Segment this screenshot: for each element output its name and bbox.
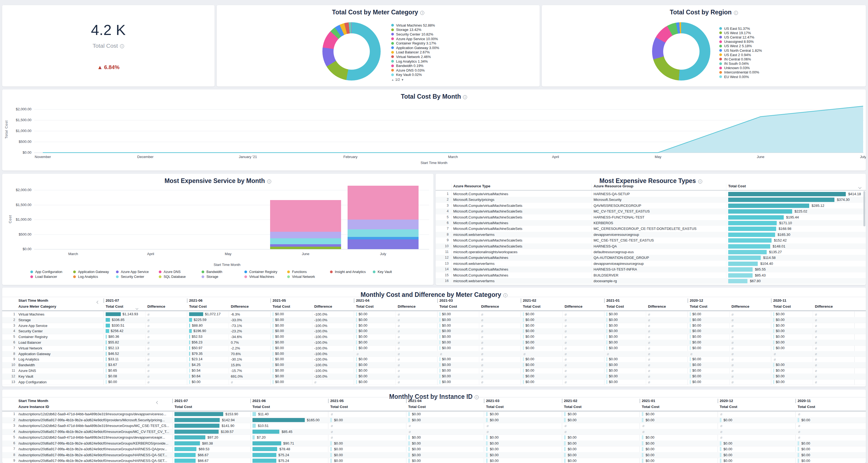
legend-item[interactable]: Bandwidth 0.19% (391, 63, 439, 68)
page-left-chevron[interactable] (97, 299, 99, 305)
month-header[interactable]: 2021-06 (252, 399, 266, 403)
legend-item[interactable]: Virtual Machines (244, 274, 287, 279)
month-header[interactable]: 2021-06 (189, 298, 203, 302)
legend-item[interactable]: Log Analytics (73, 274, 116, 279)
page-up-icon[interactable]: ▲ (391, 78, 394, 81)
info-icon[interactable]: i (734, 11, 738, 15)
region-donut[interactable] (652, 22, 710, 81)
month-header[interactable]: 2021-03 (439, 298, 453, 302)
column-header[interactable]: Difference (481, 305, 499, 309)
legend-item[interactable]: App Configuration (30, 270, 73, 274)
column-header[interactable]: Total Cost (564, 405, 582, 409)
stack-segment[interactable] (270, 247, 341, 249)
column-header[interactable]: Difference (314, 305, 332, 309)
month-header[interactable]: 2020-12 (690, 298, 703, 302)
month-header[interactable]: 2021-02 (523, 298, 536, 302)
legend-item[interactable]: Application Gateway 3.00% (391, 46, 439, 50)
column-header[interactable]: Total Cost (439, 305, 457, 309)
total-cost-by-month-chart[interactable]: $0.00$500.00$1,000.00$1,500.00$2,000.00N… (2, 89, 866, 171)
legend-item[interactable]: SQL Database (159, 274, 202, 279)
legend-item[interactable]: US North Central 1.82% (719, 48, 762, 53)
stack-segment[interactable] (348, 239, 418, 249)
legend-item[interactable]: Virtual Network 2.46% (391, 55, 439, 59)
legend-item[interactable]: Bandwidth (202, 270, 244, 274)
stack-segment[interactable] (270, 200, 341, 232)
column-header[interactable]: Difference (147, 305, 165, 309)
column-header[interactable]: Total Cost (728, 184, 746, 188)
month-header[interactable]: 2021-04 (356, 298, 370, 302)
month-header[interactable]: 2020-12 (720, 399, 733, 403)
stack-segment[interactable] (348, 186, 418, 220)
column-header[interactable]: Total Cost (273, 305, 290, 309)
column-header[interactable]: Total Cost (189, 305, 207, 309)
month-header[interactable]: 2021-05 (273, 298, 286, 302)
legend-item[interactable]: Insight and Analytics (330, 270, 373, 274)
column-header[interactable]: Total Cost (486, 405, 504, 409)
legend-item[interactable]: Azure DNS (159, 270, 202, 274)
month-header[interactable]: 2021-04 (408, 399, 422, 403)
column-header[interactable]: Difference (398, 305, 415, 309)
legend-item[interactable]: US East 51.37% (719, 26, 762, 31)
legend-item[interactable]: Virtual Network (287, 274, 330, 279)
service-stack-chart[interactable]: $0.00$500.00$1,000.00$1,500.00$2,000.00M… (2, 174, 433, 285)
column-header[interactable]: Total Cost (356, 305, 374, 309)
legend-item[interactable]: Application Gateway (73, 270, 116, 274)
legend-item[interactable]: Storage (202, 274, 244, 279)
stack-segment[interactable] (348, 237, 418, 239)
legend-item[interactable]: Container Registry 3.17% (391, 41, 439, 46)
legend-item[interactable]: Key Vault 0.02% (391, 73, 439, 77)
legend-item[interactable]: Storage 13.42% (391, 28, 439, 32)
legend-item[interactable]: Container Registry (244, 270, 287, 274)
legend-pager[interactable]: ▲ 1/2 ▼ (391, 78, 404, 82)
month-header[interactable]: 2021-05 (330, 399, 344, 403)
legend-item[interactable]: Azure DNS 0.03% (391, 68, 439, 73)
column-header[interactable]: Azure Resource Type (453, 184, 490, 188)
legend-item[interactable]: IN Central 0.06% (719, 57, 762, 61)
month-header[interactable]: 2020-11 (773, 298, 786, 302)
stack-segment[interactable] (348, 220, 418, 230)
column-header[interactable]: Difference (565, 305, 583, 309)
column-header[interactable]: Difference (648, 305, 666, 309)
legend-item[interactable]: Intercontinental 0.00% (719, 70, 762, 75)
legend-item[interactable]: IN South 0.04% (719, 61, 762, 66)
legend-item[interactable]: US West 2 5.18% (719, 44, 762, 48)
column-header[interactable]: Total Cost (252, 405, 270, 409)
column-header[interactable]: Total Cost (773, 305, 791, 309)
column-header[interactable]: Azure Instance ID (19, 405, 49, 409)
column-header[interactable]: Total Cost (408, 405, 426, 409)
legend-item[interactable]: Azure App Service 10.00% (391, 37, 439, 41)
column-header[interactable]: Total Cost (642, 405, 659, 409)
column-header[interactable]: Azure Resource Group (594, 184, 633, 188)
legend-item[interactable]: Key Vault (373, 270, 415, 274)
legend-item[interactable]: EU West 0.00% (719, 75, 762, 79)
legend-item[interactable]: US West 19.17% (719, 31, 762, 35)
month-header[interactable]: 2021-01 (642, 399, 655, 403)
month-header[interactable]: 2021-03 (486, 399, 500, 403)
column-header[interactable]: Total Cost (330, 405, 348, 409)
column-header[interactable]: Azure Meter Category (19, 305, 56, 309)
column-header[interactable]: Total Cost (690, 305, 707, 309)
month-header[interactable]: 2021-01 (606, 298, 620, 302)
column-header[interactable]: Total Cost (606, 305, 624, 309)
stack-segment[interactable] (270, 238, 341, 244)
legend-item[interactable]: Functions (287, 270, 330, 274)
legend-item[interactable]: Virtual Machines 52.88% (391, 23, 439, 28)
column-header[interactable]: Total Cost (720, 405, 737, 409)
column-header[interactable]: Total Cost (798, 405, 815, 409)
legend-item[interactable]: US Central 12.47% (719, 35, 762, 39)
column-header[interactable]: Total Cost (175, 405, 192, 409)
legend-item[interactable]: Security Center (116, 274, 159, 279)
legend-item[interactable]: Load Balancer (30, 274, 73, 279)
legend-item[interactable]: Log Analytics 1.34% (391, 59, 439, 64)
page-left-chevron[interactable] (157, 400, 159, 405)
scrollbar-thumb[interactable] (863, 191, 865, 226)
column-header[interactable]: Total Cost (523, 305, 540, 309)
meter-category-donut[interactable] (322, 22, 381, 81)
month-header[interactable]: 2021-07 (175, 399, 188, 403)
stack-segment[interactable] (270, 232, 341, 238)
column-header[interactable]: Difference (732, 305, 749, 309)
legend-item[interactable]: Unassigned 8.93% (719, 39, 762, 44)
legend-item[interactable]: Unknown 0.03% (719, 66, 762, 70)
column-header[interactable]: Difference (231, 305, 249, 309)
legend-item[interactable]: Security Center 10.82% (391, 32, 439, 37)
